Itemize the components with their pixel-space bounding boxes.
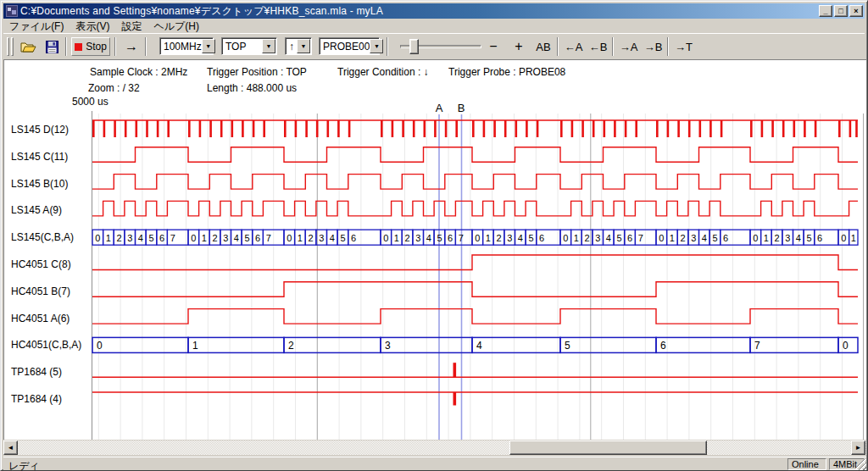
ls145-bus-value: 6 — [627, 233, 632, 243]
channel-label-ls145-c: LS145 C(11) — [11, 150, 92, 163]
ls145-bus-value: 6 — [159, 233, 164, 243]
strobe-pulse — [699, 120, 702, 137]
ls145-bus-value: 0 — [753, 233, 758, 243]
strobe-pulse — [348, 120, 351, 137]
ls145-bus-value: 1 — [851, 233, 856, 243]
trigger-condition-info: Trigger Condition : ↓ — [337, 66, 429, 78]
strobe-pulse — [253, 120, 255, 137]
channel-label-ls145-a: LS145 A(9) — [11, 203, 92, 217]
channel-label-hc4051-c: HC4051 C(8) — [11, 258, 92, 271]
trigger-position-info: Trigger Position : TOP — [207, 66, 307, 78]
strobe-pulse — [721, 120, 723, 137]
strobe-pulse — [793, 120, 796, 137]
strobe-pulse — [849, 120, 852, 137]
strobe-pulse — [146, 120, 148, 137]
strobe-pulse — [284, 120, 287, 137]
strobe-pulse — [92, 120, 95, 137]
strobe-pulse — [782, 120, 785, 137]
strobe-pulse — [804, 120, 806, 137]
cursor-b-label[interactable]: B — [455, 102, 467, 114]
trace-ls145-b-10- — [92, 175, 858, 190]
hc4051-bus-value: 5 — [565, 340, 570, 352]
trace-tp1684-5--pulse — [453, 363, 457, 377]
channel-label-ls145-b: LS145 B(10) — [11, 177, 92, 191]
channel-label-hc4051-b: HC4051 B(7) — [11, 285, 92, 298]
trace-hc4051-c-8- — [92, 255, 858, 270]
strobe-pulse — [688, 120, 691, 137]
strobe-pulse — [571, 120, 574, 137]
trace-ls145-a-9- — [92, 201, 858, 216]
strobe-pulse — [263, 120, 265, 137]
hc4051-bus-value: 6 — [660, 340, 666, 352]
strobe-pulse — [855, 120, 858, 137]
strobe-pulse — [242, 120, 244, 137]
ls145-bus-value: 1 — [298, 233, 303, 243]
strobe-pulse — [188, 120, 191, 137]
strobe-pulse — [815, 120, 817, 137]
ls145-bus-value: 2 — [775, 233, 780, 243]
strobe-pulse — [472, 120, 475, 137]
trace-tp1684-4--pulse — [453, 392, 457, 406]
strobe-pulse — [515, 120, 518, 137]
ls145-bus-value: 4 — [138, 233, 143, 243]
ls145-bus-value: 3 — [507, 233, 512, 243]
channel-label-hc4051-a: HC4051 A(6) — [11, 312, 92, 325]
ls145-bus-value: 0 — [841, 233, 846, 243]
strobe-pulse — [625, 120, 627, 137]
strobe-pulse — [199, 120, 202, 137]
ls145-bus-value: 0 — [475, 233, 480, 243]
strobe-pulse — [327, 120, 330, 137]
strobe-pulse — [103, 120, 106, 137]
hc4051-bus-value: 1 — [192, 340, 198, 352]
ls145-bus-value: 1 — [202, 233, 207, 243]
hc4051-bus-cell — [750, 337, 838, 352]
strobe-pulse — [667, 120, 670, 137]
sample-clock-info: Sample Clock : 2MHz — [90, 66, 187, 78]
strobe-pulse — [337, 120, 340, 137]
hc4051-bus-value: 0 — [97, 340, 103, 352]
trace-hc4051-b-7- — [92, 282, 858, 297]
ls145-bus-value: 6 — [351, 233, 356, 243]
ls145-bus-value: 0 — [287, 233, 292, 243]
ls145-bus-value: 3 — [319, 233, 324, 243]
length-info: Length : 488.000 us — [207, 82, 297, 94]
hc4051-bus-cell — [656, 337, 750, 352]
trace-hc4051-a-6- — [92, 309, 858, 324]
ls145-bus-value: 4 — [606, 233, 611, 243]
ls145-bus-value: 3 — [595, 233, 600, 243]
strobe-pulse — [305, 120, 308, 137]
strobe-pulse — [220, 120, 223, 137]
ls145-bus-value: 5 — [528, 233, 533, 243]
ls145-bus-value: 0 — [659, 233, 664, 243]
ls145-bus-value: 6 — [723, 233, 728, 243]
ls145-bus-value: 2 — [117, 233, 122, 243]
ls145-bus-value: 5 — [616, 233, 621, 243]
ls145-bus-value: 1 — [394, 233, 399, 243]
strobe-pulse — [136, 120, 138, 137]
strobe-pulse — [157, 120, 159, 137]
hc4051-bus-cell — [560, 337, 656, 352]
ls145-bus-value: 5 — [806, 233, 811, 243]
strobe-pulse — [761, 120, 764, 137]
strobe-pulse — [125, 120, 127, 137]
ls145-bus-value: 1 — [486, 233, 491, 243]
ls145-bus-value: 3 — [691, 233, 696, 243]
ls145-bus-value: 5 — [148, 233, 153, 243]
ls145-bus-value: 2 — [497, 233, 502, 243]
ls145-bus-value: 4 — [234, 233, 239, 243]
strobe-pulse — [493, 120, 496, 137]
strobe-pulse — [709, 120, 712, 137]
ls145-bus-value: 0 — [563, 233, 568, 243]
ls145-bus-value: 3 — [223, 233, 228, 243]
hc4051-bus-value: 2 — [288, 340, 294, 352]
cursor-a-label[interactable]: A — [433, 102, 445, 114]
ls145-bus-value: 3 — [127, 233, 132, 243]
channel-label-tp1684-5: TP1684 (5) — [11, 365, 92, 379]
strobe-pulse — [604, 120, 606, 137]
ls145-bus-value: 7 — [638, 233, 643, 243]
hc4051-bus-value: 7 — [754, 340, 760, 352]
ls145-bus-value: 4 — [426, 233, 431, 243]
channel-label-ls145-d: LS145 D(12) — [11, 123, 92, 136]
ls145-bus-value: 1 — [106, 233, 111, 243]
ls145-bus-value: 5 — [340, 233, 345, 243]
